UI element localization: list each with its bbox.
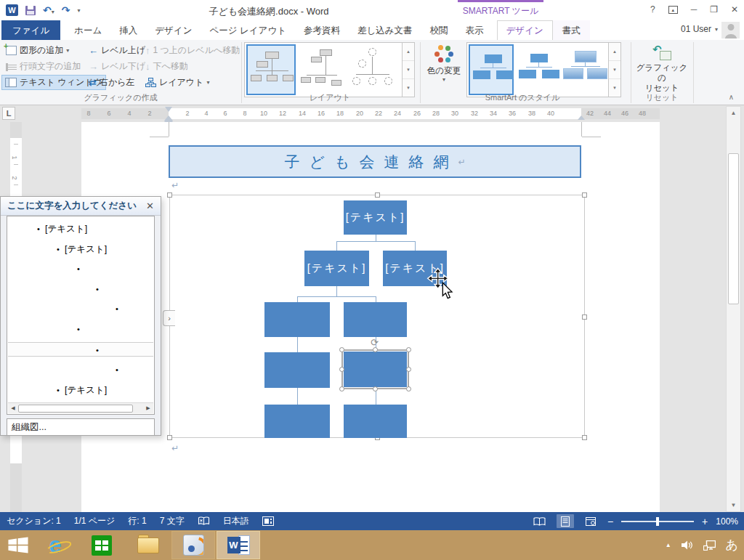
right-to-left-button[interactable]: ⇄右から左 bbox=[86, 75, 137, 90]
tray-expand-icon[interactable]: ▲ bbox=[666, 542, 671, 548]
zoom-slider[interactable] bbox=[621, 521, 694, 522]
scroll-up-icon[interactable]: ▲ bbox=[727, 107, 740, 119]
org-box-right-1[interactable] bbox=[344, 302, 407, 337]
redo-icon[interactable]: ↷ bbox=[62, 5, 70, 15]
right-indent-marker[interactable] bbox=[578, 112, 585, 120]
text-pane-close-icon[interactable]: ✕ bbox=[146, 200, 154, 211]
layout-thumbnail-2[interactable] bbox=[297, 44, 347, 95]
shape-handle[interactable] bbox=[406, 386, 411, 391]
style-thumbnail-3[interactable] bbox=[562, 44, 607, 95]
demote-button[interactable]: →レベル下げ bbox=[86, 59, 148, 74]
zoom-in-icon[interactable]: + bbox=[702, 516, 708, 527]
tab-smartart-design[interactable]: デザイン bbox=[497, 20, 553, 40]
promote-button[interactable]: ←レベル上げ bbox=[86, 43, 148, 58]
text-pane-row[interactable]: • bbox=[8, 261, 153, 276]
qat-customize-icon[interactable]: ▾ bbox=[77, 7, 80, 14]
print-layout-button[interactable] bbox=[557, 514, 574, 528]
zoom-level[interactable]: 100% bbox=[716, 516, 738, 527]
tab-smartart-format[interactable]: 書式 bbox=[553, 20, 590, 40]
resize-handle[interactable] bbox=[167, 192, 172, 198]
shape-handle[interactable] bbox=[373, 347, 378, 352]
status-word-count[interactable]: 7 文字 bbox=[160, 515, 185, 527]
tab-insert[interactable]: 挿入 bbox=[110, 20, 146, 40]
layout-gallery-down-icon[interactable]: ▼ bbox=[403, 61, 414, 79]
horizontal-ruler[interactable]: 8642246810121416182022242628303234363840… bbox=[81, 108, 660, 119]
move-down-button[interactable]: ↓下へ移動 bbox=[142, 59, 191, 74]
volume-icon[interactable] bbox=[682, 540, 693, 550]
move-up-button[interactable]: ↑1 つ上のレベルへ移動 bbox=[142, 43, 243, 58]
layout-button[interactable]: レイアウト▾ bbox=[142, 75, 212, 90]
shape-handle[interactable] bbox=[406, 347, 411, 352]
tab-home[interactable]: ホーム bbox=[65, 20, 110, 40]
resize-handle[interactable] bbox=[582, 192, 587, 198]
scroll-down-icon[interactable]: ▼ bbox=[727, 499, 740, 511]
restore-icon[interactable]: ❐ bbox=[710, 4, 718, 15]
taskbar-store-button[interactable] bbox=[80, 531, 124, 559]
add-shape-button[interactable]: 図形の追加▾ bbox=[3, 43, 72, 58]
status-line[interactable]: 行: 1 bbox=[128, 515, 146, 527]
style-thumbnail-1[interactable] bbox=[469, 44, 514, 95]
org-box-left-1[interactable] bbox=[264, 302, 330, 337]
web-layout-button[interactable] bbox=[582, 514, 599, 528]
org-box-left-3[interactable] bbox=[264, 405, 330, 438]
undo-dropdown-icon[interactable]: ▾ bbox=[52, 9, 54, 15]
layout-thumbnail-1[interactable] bbox=[246, 44, 296, 95]
text-pane-hscrollbar[interactable]: ◀ ▶ bbox=[8, 402, 153, 413]
taskbar-word-button[interactable]: W bbox=[217, 531, 260, 559]
status-language[interactable]: 日本語 bbox=[223, 515, 249, 527]
document-title-banner[interactable]: 子ども会連絡網↵ bbox=[169, 145, 581, 178]
rotate-handle[interactable]: ⟳ bbox=[371, 338, 380, 347]
scroll-right-icon[interactable]: ▶ bbox=[143, 405, 153, 411]
style-gallery-up-icon[interactable]: ▲ bbox=[609, 43, 620, 61]
style-gallery-down-icon[interactable]: ▼ bbox=[609, 61, 620, 79]
change-colors-button[interactable]: 色の変更 ▾ bbox=[424, 43, 464, 100]
hanging-indent-marker[interactable] bbox=[165, 112, 172, 120]
resize-handle[interactable] bbox=[167, 435, 172, 440]
shape-handle[interactable] bbox=[339, 386, 344, 391]
org-box-level2-left[interactable]: [テキスト] bbox=[304, 251, 369, 286]
style-thumbnail-2[interactable] bbox=[515, 44, 560, 95]
ribbon-display-options-icon[interactable]: ▴ bbox=[668, 6, 678, 14]
text-pane-row[interactable]: • bbox=[8, 362, 153, 377]
minimize-icon[interactable]: ─ bbox=[691, 4, 698, 15]
add-shape-dropdown-icon[interactable]: ▾ bbox=[66, 47, 69, 54]
smartart-canvas[interactable]: [テキスト] [テキスト] [テキスト] ⟳ bbox=[169, 195, 585, 438]
shape-handle[interactable] bbox=[373, 386, 378, 391]
org-box-right-3[interactable] bbox=[344, 405, 407, 438]
zoom-slider-thumb[interactable] bbox=[656, 517, 659, 526]
status-section[interactable]: セクション: 1 bbox=[7, 515, 61, 527]
start-button[interactable] bbox=[7, 536, 29, 554]
account-menu[interactable]: 01 User▾ bbox=[681, 24, 718, 34]
resize-handle[interactable] bbox=[375, 192, 380, 198]
taskbar-explorer-button[interactable] bbox=[126, 531, 170, 559]
taskbar-ie-button[interactable]: e bbox=[33, 531, 77, 559]
tab-file[interactable]: ファイル bbox=[1, 20, 60, 40]
vertical-scrollbar[interactable]: ▲ ▼ bbox=[726, 106, 741, 512]
resize-handle[interactable] bbox=[582, 435, 587, 440]
tab-design[interactable]: デザイン bbox=[146, 20, 201, 40]
avatar[interactable] bbox=[721, 22, 740, 38]
text-pane-list[interactable]: ◀ ▶ •[テキスト]•[テキスト]•••••••[テキスト] bbox=[7, 216, 155, 415]
tab-references[interactable]: 参考資料 bbox=[295, 20, 349, 40]
network-icon[interactable] bbox=[703, 540, 716, 551]
shape-handle[interactable] bbox=[339, 367, 344, 372]
text-pane-row[interactable]: • bbox=[8, 342, 153, 357]
layout-thumbnail-3[interactable] bbox=[348, 44, 397, 95]
tab-stop-selector[interactable]: L bbox=[2, 107, 15, 120]
proofing-icon[interactable] bbox=[198, 516, 210, 526]
layout-gallery-up-icon[interactable]: ▲ bbox=[403, 43, 414, 61]
help-icon[interactable]: ? bbox=[650, 4, 655, 15]
text-pane-header[interactable]: ここに文字を入力してください ✕ bbox=[1, 197, 161, 216]
scrollbar-thumb[interactable] bbox=[728, 153, 739, 304]
shape-handle[interactable] bbox=[339, 347, 344, 352]
text-pane-row[interactable]: • bbox=[8, 301, 153, 316]
tab-page-layout[interactable]: ページ レイアウト bbox=[201, 20, 295, 40]
zoom-out-icon[interactable]: − bbox=[607, 516, 613, 527]
tab-review[interactable]: 校閲 bbox=[421, 20, 457, 40]
word-logo-icon[interactable]: W bbox=[6, 4, 18, 16]
text-pane-row[interactable]: • bbox=[8, 322, 153, 336]
status-page[interactable]: 1/1 ページ bbox=[74, 515, 116, 527]
org-box-left-2[interactable] bbox=[264, 352, 330, 388]
org-box-selected[interactable]: ⟳ bbox=[344, 352, 407, 387]
text-pane-row[interactable]: • bbox=[8, 282, 153, 296]
